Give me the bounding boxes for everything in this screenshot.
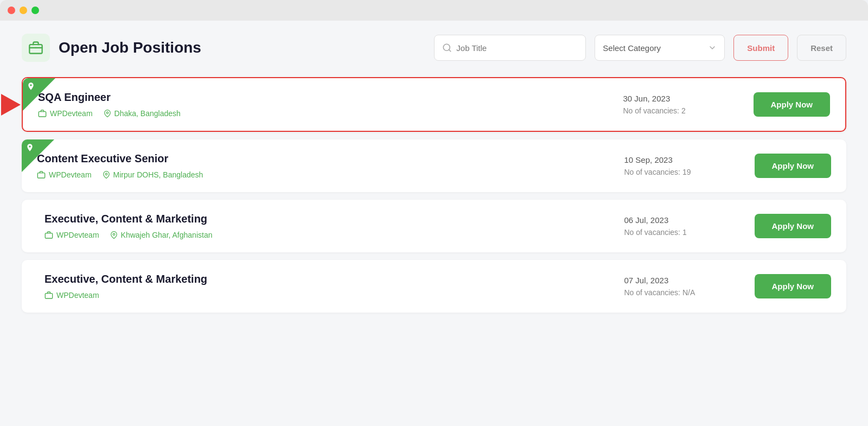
search-input[interactable] (456, 43, 578, 53)
job-date-2: 10 Sep, 2023 (624, 155, 733, 164)
category-label: Select Category (603, 43, 661, 53)
app-body: Open Job Positions Select Category Submi… (0, 21, 868, 426)
location-1: Dhaka, Bangladesh (104, 109, 181, 118)
window-chrome (0, 0, 868, 21)
chevron-down-icon (708, 43, 717, 52)
search-icon (442, 43, 452, 53)
reset-button[interactable]: Reset (797, 35, 846, 61)
maximize-button[interactable] (31, 7, 39, 14)
location-icon-2 (103, 171, 110, 179)
company-3: WPDevteam (44, 231, 99, 239)
job-info-3: Executive, Content & Marketing WPDevteam (37, 213, 624, 239)
job-vacancies-2: No of vacancies: 19 (624, 168, 733, 176)
job-vacancies-1: No of vacancies: 2 (623, 106, 732, 115)
svg-point-9 (113, 233, 115, 236)
header: Open Job Positions Select Category Submi… (22, 34, 846, 62)
svg-rect-10 (45, 294, 52, 298)
job-date-section-4: 07 Jul, 2023 No of vacancies: N/A (624, 276, 733, 297)
job-date-section-1: 30 Jun, 2023 No of vacancies: 2 (623, 94, 732, 115)
apply-button-3[interactable]: Apply Now (755, 214, 832, 238)
job-info-1: SQA Engineer WPDevteam (38, 91, 623, 118)
svg-rect-8 (45, 233, 52, 238)
company-icon-3 (44, 231, 53, 239)
job-title-4: Executive, Content & Marketing (44, 273, 624, 285)
job-date-4: 07 Jul, 2023 (624, 276, 733, 285)
job-meta-1: WPDevteam Dhaka, Bangladesh (38, 109, 623, 118)
svg-rect-4 (39, 112, 46, 117)
location-2: Mirpur DOHS, Bangladesh (103, 170, 203, 179)
location-icon (104, 110, 111, 117)
apply-button-2[interactable]: Apply Now (755, 154, 832, 178)
job-date-3: 06 Jul, 2023 (624, 215, 733, 225)
pin-icon-2 (25, 143, 34, 152)
svg-rect-6 (37, 173, 44, 178)
job-title-1: SQA Engineer (38, 91, 623, 104)
job-vacancies-4: No of vacancies: N/A (624, 288, 733, 297)
red-arrow-indicator (1, 94, 21, 116)
job-card-4: Executive, Content & Marketing WPDevteam… (22, 260, 846, 313)
job-meta-4: WPDevteam (44, 291, 624, 300)
location-3: Khwajeh Ghar, Afghanistan (110, 231, 213, 239)
job-vacancies-3: No of vacancies: 1 (624, 228, 733, 237)
job-card-3: Executive, Content & Marketing WPDevteam (22, 200, 846, 252)
job-date-1: 30 Jun, 2023 (623, 94, 732, 103)
apply-button-1[interactable]: Apply Now (754, 92, 831, 117)
minimize-button[interactable] (20, 7, 27, 14)
search-box[interactable] (434, 35, 586, 61)
page-title: Open Job Positions (59, 39, 425, 56)
apply-button-4[interactable]: Apply Now (755, 274, 832, 298)
svg-point-7 (105, 173, 107, 175)
job-date-section-3: 06 Jul, 2023 No of vacancies: 1 (624, 215, 733, 237)
job-meta-3: WPDevteam Khwajeh Ghar, Afghanistan (44, 231, 624, 239)
category-select[interactable]: Select Category (595, 35, 725, 61)
job-card-2: Content Executive Senior WPDevteam (22, 139, 846, 192)
job-title-3: Executive, Content & Marketing (44, 213, 624, 225)
featured-tag-1 (23, 78, 55, 111)
job-list: SQA Engineer WPDevteam (22, 77, 846, 313)
submit-button[interactable]: Submit (733, 35, 788, 61)
job-info-4: Executive, Content & Marketing WPDevteam (37, 273, 624, 300)
company-4: WPDevteam (44, 291, 99, 300)
briefcase-icon (28, 40, 43, 55)
job-date-section-2: 10 Sep, 2023 No of vacancies: 19 (624, 155, 733, 176)
location-icon-3 (110, 231, 118, 239)
close-button[interactable] (8, 7, 15, 14)
svg-point-5 (106, 112, 108, 114)
svg-rect-0 (29, 44, 42, 53)
svg-line-3 (449, 49, 451, 51)
job-title-2: Content Executive Senior (37, 152, 624, 165)
header-icon-box (22, 34, 50, 62)
company-icon-4 (44, 291, 53, 300)
job-info-2: Content Executive Senior WPDevteam (37, 152, 624, 179)
job-meta-2: WPDevteam Mirpur DOHS, Bangladesh (37, 170, 624, 179)
featured-tag-2 (22, 139, 54, 172)
job-card-1: SQA Engineer WPDevteam (22, 77, 846, 132)
pin-icon (27, 82, 35, 91)
